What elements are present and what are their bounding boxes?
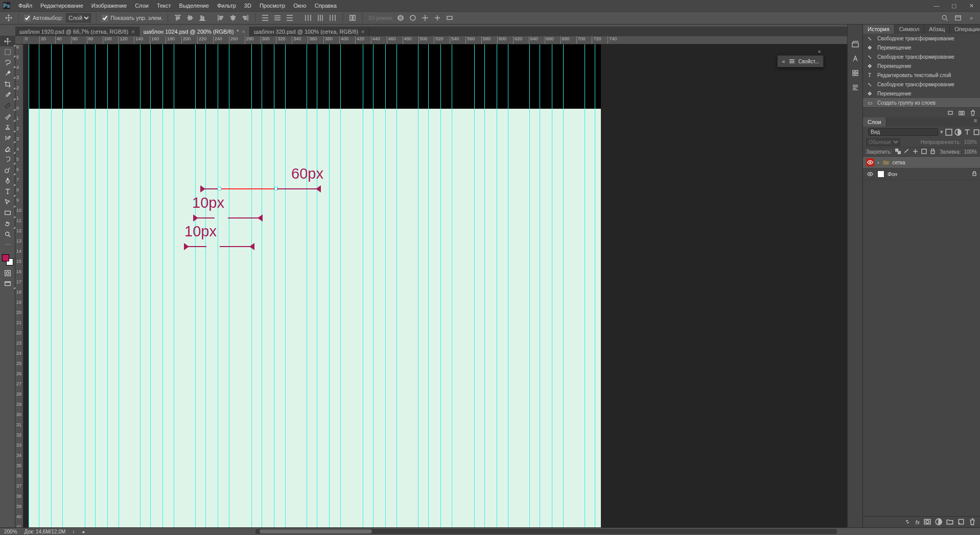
color-swatches[interactable]	[0, 252, 15, 268]
lock-icon[interactable]	[972, 171, 977, 177]
pen-tool[interactable]	[0, 175, 15, 186]
horizontal-scrollbar[interactable]	[255, 529, 837, 534]
ruler-tool[interactable]	[0, 100, 15, 111]
create-document-from-state-icon[interactable]	[947, 110, 953, 116]
panel-collapse-icon[interactable]: «	[782, 58, 785, 64]
distribute-vcenter-icon[interactable]	[273, 13, 282, 22]
guide-vertical[interactable]	[107, 44, 108, 527]
dodge-tool[interactable]	[0, 164, 15, 175]
window-close[interactable]: ✕	[963, 0, 980, 11]
guide-vertical[interactable]	[285, 44, 286, 527]
ruler-origin[interactable]	[15, 36, 24, 44]
history-step[interactable]: ⤡Свободное трансформирование	[863, 80, 980, 89]
filter-pixel-icon[interactable]	[945, 129, 952, 136]
history-step[interactable]: ✥Перемещение	[863, 43, 980, 52]
doc-tab-1[interactable]: шаблон 1024.psd @ 200% (RGB/8) * ×	[139, 27, 250, 36]
history-brush-tool[interactable]	[0, 132, 15, 143]
history-list[interactable]: ⤡Свободное трансформирование✥Перемещение…	[863, 34, 980, 107]
snapshot-icon[interactable]	[959, 110, 965, 116]
canvas-area[interactable]: 60px 10px 10px	[24, 44, 980, 527]
layers-tab[interactable]: Слои	[863, 117, 886, 127]
menu-edit[interactable]: Редактирование	[36, 0, 87, 11]
guide-vertical[interactable]	[529, 44, 530, 527]
layer-style-icon[interactable]: fx	[915, 519, 920, 525]
auto-align-icon[interactable]	[348, 13, 357, 22]
history-tab[interactable]: История	[863, 25, 895, 34]
guide-vertical[interactable]	[119, 44, 119, 527]
search-icon[interactable]	[940, 13, 949, 22]
menu-filter[interactable]: Фильтр	[213, 0, 240, 11]
guide-vertical[interactable]	[150, 44, 151, 527]
properties-floating-panel[interactable]: « × Свойст...	[777, 55, 824, 67]
guide-vertical[interactable]	[51, 44, 52, 527]
edit-toolbar[interactable]: ⋯	[0, 239, 15, 250]
guide-vertical[interactable]	[385, 44, 386, 527]
guide-vertical[interactable]	[29, 44, 29, 527]
align-left-icon[interactable]	[216, 13, 225, 22]
close-tab-icon[interactable]: ×	[131, 29, 134, 35]
guide-vertical[interactable]	[307, 44, 307, 527]
guide-vertical[interactable]	[595, 44, 595, 527]
vertical-ruler[interactable]: 6543210123456789101112131415161718192021…	[15, 44, 24, 527]
status-chevron-icon[interactable]: ›	[73, 529, 74, 534]
layer-item-grid[interactable]: › сетка	[863, 157, 980, 168]
hand-tool[interactable]	[0, 218, 15, 229]
paragraph-panel-icon[interactable]	[851, 83, 860, 92]
distribute-hcenter-icon[interactable]	[316, 13, 325, 22]
align-right-icon[interactable]	[241, 13, 250, 22]
visibility-toggle-icon[interactable]	[866, 158, 874, 166]
workspace-chevron-icon[interactable]: »	[967, 13, 976, 22]
history-step[interactable]: ✥Перемещение	[863, 61, 980, 70]
distribute-bottom-icon[interactable]	[285, 13, 294, 22]
guide-vertical[interactable]	[140, 44, 141, 527]
lock-artboard-icon[interactable]	[921, 149, 927, 155]
opacity-value[interactable]: 100%	[964, 139, 977, 145]
filter-shape-icon[interactable]	[973, 129, 980, 136]
visibility-toggle-icon[interactable]	[866, 170, 874, 178]
arrange-docs-icon[interactable]	[953, 13, 963, 22]
history-step[interactable]: ⤡Свободное трансформирование	[863, 34, 980, 43]
new-group-icon[interactable]	[946, 518, 953, 526]
menu-help[interactable]: Справка	[311, 0, 341, 11]
guide-vertical[interactable]	[95, 44, 96, 527]
lock-position-icon[interactable]	[913, 149, 918, 155]
close-tab-icon[interactable]: ×	[361, 29, 364, 35]
scrollbar-thumb[interactable]	[260, 529, 372, 533]
chevron-down-icon[interactable]: ▾	[940, 129, 943, 135]
new-layer-icon[interactable]	[958, 518, 965, 526]
rectangle-tool[interactable]	[0, 207, 15, 218]
align-hcenter-icon[interactable]	[228, 13, 238, 22]
doc-tab-2[interactable]: шаблон 320.psd @ 100% (сетка, RGB/8) ×	[250, 27, 369, 36]
guide-vertical[interactable]	[251, 44, 252, 527]
layer-name[interactable]: Фон	[888, 172, 897, 177]
history-step[interactable]: ⤡Свободное трансформирование	[863, 52, 980, 61]
guide-vertical[interactable]	[62, 44, 63, 527]
guide-vertical[interactable]	[174, 44, 174, 527]
lasso-tool[interactable]	[0, 57, 15, 68]
link-layers-icon[interactable]	[904, 518, 911, 526]
menu-window[interactable]: Окно	[289, 0, 311, 11]
eraser-tool[interactable]	[0, 143, 15, 154]
guide-vertical[interactable]	[418, 44, 418, 527]
distribute-top-icon[interactable]	[261, 13, 270, 22]
layer-mask-icon[interactable]	[924, 518, 931, 526]
guide-vertical[interactable]	[363, 44, 363, 527]
foreground-color-swatch[interactable]	[2, 254, 9, 261]
close-icon[interactable]: ×	[818, 48, 821, 55]
adjustment-layer-icon[interactable]	[935, 518, 942, 526]
guide-vertical[interactable]	[205, 44, 206, 527]
guide-vertical[interactable]	[85, 44, 85, 527]
distribute-left-icon[interactable]	[304, 13, 313, 22]
slide-3d-icon[interactable]	[433, 13, 442, 22]
doc-tab-0[interactable]: шаблон 1920.psd @ 66,7% (сетка, RGB/8) ×	[15, 27, 139, 36]
type-tool[interactable]	[0, 186, 15, 197]
history-step[interactable]: ✥Перемещение	[863, 89, 980, 98]
actions-tab[interactable]: Операции	[950, 25, 980, 34]
guide-vertical[interactable]	[552, 44, 552, 527]
orbit-3d-icon[interactable]	[396, 13, 405, 22]
layer-item-background[interactable]: Фон	[863, 168, 980, 180]
guide-vertical[interactable]	[262, 44, 262, 527]
lock-all-icon[interactable]	[930, 149, 936, 155]
menu-3d[interactable]: 3D	[240, 0, 255, 11]
guide-vertical[interactable]	[396, 44, 397, 527]
